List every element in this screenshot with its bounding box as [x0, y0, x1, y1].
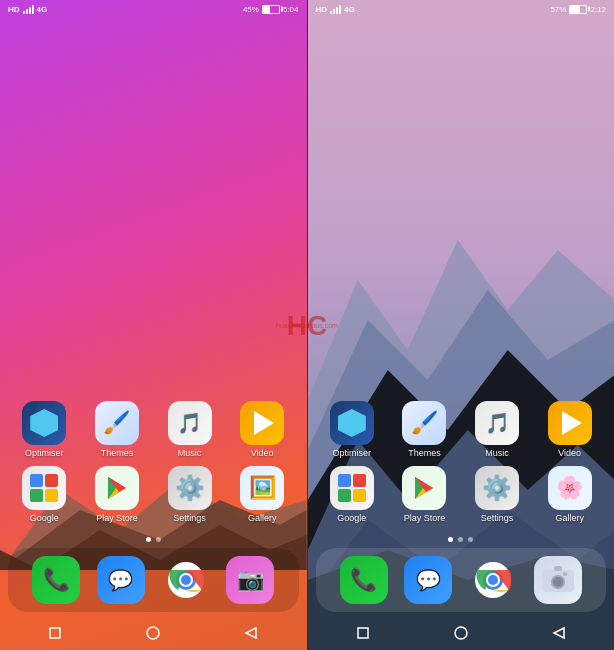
left-app-video[interactable]: Video	[230, 401, 295, 458]
left-signal-bars	[23, 4, 34, 14]
right-circle-icon	[453, 625, 469, 641]
left-battery-fill	[263, 6, 270, 13]
right-battery-fill	[570, 6, 579, 13]
right-app-themes[interactable]: 🖌️ Themes	[392, 401, 457, 458]
right-signal-bar-2	[333, 9, 335, 14]
right-signal-bar-3	[336, 7, 338, 14]
left-dock-messages[interactable]: 💬	[97, 556, 145, 604]
svg-marker-44	[554, 628, 564, 638]
right-battery-pct: 57%	[550, 5, 566, 14]
svg-point-36	[488, 575, 498, 585]
left-nav-bar	[0, 616, 307, 650]
svg-point-41	[563, 572, 567, 576]
right-nav-circle[interactable]	[450, 622, 472, 644]
left-dot-2	[156, 537, 161, 542]
left-google-icon	[22, 466, 66, 510]
right-settings-label: Settings	[481, 513, 514, 523]
right-screen-middle	[308, 18, 615, 393]
left-app-gallery[interactable]: 🖼️ Gallery	[230, 466, 295, 523]
signal-bar-4	[32, 5, 34, 14]
svg-rect-42	[358, 628, 368, 638]
left-app-playstore[interactable]: Play Store	[85, 466, 150, 523]
right-dot-3	[468, 537, 473, 542]
right-app-settings[interactable]: ⚙️ Settings	[465, 466, 530, 523]
svg-rect-1	[45, 474, 58, 487]
right-square-icon	[356, 626, 370, 640]
right-music-note-icon: 🎵	[485, 411, 510, 435]
left-gallery-icon: 🖼️	[240, 466, 284, 510]
left-dock-phone[interactable]: 📞	[32, 556, 80, 604]
right-google-icon	[330, 466, 374, 510]
svg-point-40	[553, 577, 563, 587]
right-app-video[interactable]: Video	[537, 401, 602, 458]
left-dock-camera[interactable]: 📷	[226, 556, 274, 604]
right-triangle-back-icon	[552, 626, 566, 640]
left-app-optimiser[interactable]: Optimiser	[12, 401, 77, 458]
left-google-label: Google	[30, 513, 59, 523]
right-app-gallery[interactable]: 🌸 Gallery	[537, 466, 602, 523]
left-app-music[interactable]: 🎵 Music	[157, 401, 222, 458]
right-video-icon	[548, 401, 592, 445]
right-battery-icon	[569, 5, 587, 14]
themes-brush-icon: 🖌️	[103, 410, 130, 436]
music-note-icon: 🎵	[177, 411, 202, 435]
settings-gear-icon: ⚙️	[175, 474, 205, 502]
left-settings-icon: ⚙️	[168, 466, 212, 510]
phone-icon: 📞	[43, 567, 70, 593]
signal-bar-1	[23, 11, 25, 14]
right-signal-bars	[330, 4, 341, 14]
right-app-grid-row1: Optimiser 🖌️ Themes 🎵 Music Video	[308, 393, 615, 466]
right-nav-back[interactable]	[548, 622, 570, 644]
left-app-settings[interactable]: ⚙️ Settings	[157, 466, 222, 523]
right-music-icon: 🎵	[475, 401, 519, 445]
right-app-playstore[interactable]: Play Store	[392, 466, 457, 523]
svg-rect-25	[338, 474, 351, 487]
right-time: 2:12	[590, 5, 606, 14]
left-app-google[interactable]: Google	[12, 466, 77, 523]
right-dock-phone[interactable]: 📞	[340, 556, 388, 604]
right-nav-bar	[308, 616, 615, 650]
right-gallery-icon: 🌸	[556, 475, 583, 501]
right-dock-messages[interactable]: 💬	[404, 556, 452, 604]
right-gallery-icon: 🌸	[548, 466, 592, 510]
square-icon	[48, 626, 62, 640]
right-dock-chrome[interactable]	[469, 556, 517, 604]
left-themes-icon: 🖌️	[95, 401, 139, 445]
right-status-left: HD 4G	[316, 4, 355, 14]
left-dock-chrome[interactable]	[162, 556, 210, 604]
left-nav-back[interactable]	[240, 622, 262, 644]
left-settings-label: Settings	[173, 513, 206, 523]
right-gallery-label: Gallery	[555, 513, 584, 523]
left-themes-label: Themes	[101, 448, 134, 458]
svg-point-14	[181, 575, 191, 585]
svg-rect-26	[353, 474, 366, 487]
right-dock-camera[interactable]	[534, 556, 582, 604]
right-app-optimiser[interactable]: Optimiser	[320, 401, 385, 458]
svg-point-16	[147, 627, 159, 639]
right-nav-square[interactable]	[352, 622, 374, 644]
right-app-grid-row2: Google Play Store ⚙️ Settings 🌸	[308, 466, 615, 531]
right-phone-screen: HD 4G 57% 2:12 Optimiser	[308, 0, 615, 650]
left-nav-circle[interactable]	[142, 622, 164, 644]
left-music-icon: 🎵	[168, 401, 212, 445]
right-themes-icon: 🖌️	[402, 401, 446, 445]
right-themes-label: Themes	[408, 448, 441, 458]
right-optimiser-icon	[330, 401, 374, 445]
left-gallery-label: Gallery	[248, 513, 277, 523]
right-settings-gear-icon: ⚙️	[482, 474, 512, 502]
right-playstore-icon	[402, 466, 446, 510]
right-themes-brush-icon: 🖌️	[411, 410, 438, 436]
optimiser-shape	[30, 409, 58, 437]
left-nav-square[interactable]	[44, 622, 66, 644]
right-app-google[interactable]: Google	[320, 466, 385, 523]
right-phone-icon: 📞	[350, 567, 377, 593]
right-app-music[interactable]: 🎵 Music	[465, 401, 530, 458]
left-app-themes[interactable]: 🖌️ Themes	[85, 401, 150, 458]
video-play-icon	[254, 411, 274, 435]
left-app-grid-row1: Optimiser 🖌️ Themes 🎵 Music Video	[0, 393, 307, 466]
left-status-right: 45% 5:04	[243, 5, 299, 14]
right-google-label: Google	[337, 513, 366, 523]
left-battery-pct: 45%	[243, 5, 259, 14]
left-video-label: Video	[251, 448, 274, 458]
svg-rect-38	[554, 566, 562, 571]
